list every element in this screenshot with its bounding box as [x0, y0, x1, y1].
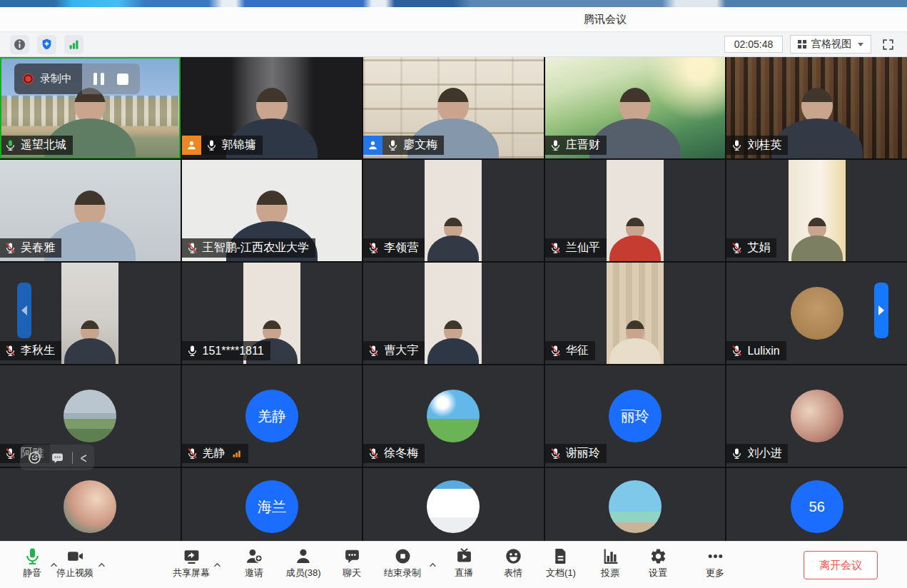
participant-tile[interactable]: 兰仙平: [545, 160, 726, 261]
participant-tile[interactable]: 曹大宇: [363, 263, 544, 364]
mic-muted-icon: [4, 345, 16, 357]
participant-tile[interactable]: 丽玲谢丽玲: [545, 365, 726, 467]
network-signal-button[interactable]: [64, 35, 83, 54]
participant-name: Lulixin: [747, 345, 779, 358]
toolbar-members-button[interactable]: 成员(38): [285, 547, 320, 579]
mic-icon: [549, 139, 562, 151]
participant-tile[interactable]: 刘小进: [726, 365, 907, 467]
participant-tile[interactable]: 56: [726, 468, 907, 541]
status-toolbar-right: 02:05:48 宫格视图: [724, 35, 897, 54]
participant-name: 华征: [566, 343, 589, 358]
participant-name: 曹大宇: [384, 343, 418, 358]
divider: [72, 452, 73, 464]
toolbar-mute-button[interactable]: 静音: [23, 547, 41, 579]
participant-tile[interactable]: 151****1811: [182, 263, 363, 364]
security-shield-button[interactable]: [37, 35, 56, 54]
silhouette-body: [791, 235, 843, 261]
portrait-video-feed: [425, 263, 482, 364]
next-page-arrow[interactable]: [874, 283, 888, 338]
toolbar-item-label: 文档(1): [546, 567, 576, 579]
participant-tile[interactable]: 庄晋财: [545, 57, 726, 158]
participant-tile[interactable]: 刘桂英: [726, 57, 907, 158]
toolbar-item-label: 聊天: [343, 567, 361, 579]
poll-icon: [602, 547, 619, 566]
participant-name-tag: 羌静: [182, 444, 248, 463]
toolbar-poll-button[interactable]: 投票: [601, 547, 619, 579]
live-icon: [455, 547, 473, 566]
participant-name-tag: 廖文梅: [363, 136, 444, 155]
participant-tile[interactable]: 郭锦墉: [182, 57, 363, 158]
toolbar-more-button[interactable]: 更多: [706, 547, 724, 579]
mic-muted-icon: [368, 242, 380, 254]
pause-recording-button[interactable]: [93, 73, 104, 85]
participant-tile[interactable]: [0, 468, 181, 541]
mic-icon: [206, 139, 218, 151]
toolbar-emoji-button[interactable]: 表情: [504, 547, 522, 579]
chat-bubble-icon[interactable]: [50, 450, 65, 465]
participant-tile[interactable]: 吴春雅: [0, 160, 181, 261]
participant-name-tag: 郭锦墉: [182, 136, 263, 155]
meeting-info-button[interactable]: [10, 35, 29, 54]
avatar: [609, 480, 662, 533]
participant-tile[interactable]: 艾娟: [726, 160, 907, 261]
window-title: 腾讯会议: [584, 13, 627, 26]
participant-name: 兰仙平: [566, 240, 600, 255]
prev-page-arrow[interactable]: [17, 283, 31, 338]
view-mode-label: 宫格视图: [811, 38, 851, 51]
submenu-chevron-up-icon[interactable]: [213, 557, 221, 570]
participant-tile[interactable]: 华征: [545, 263, 726, 364]
submenu-chevron-up-icon[interactable]: [429, 557, 437, 570]
avatar: [791, 287, 843, 340]
person-silhouette: [427, 218, 479, 261]
participant-tile[interactable]: 海兰: [182, 468, 363, 541]
toolbar-item-label: 共享屏幕: [173, 567, 210, 579]
emoji-icon: [505, 547, 522, 566]
participant-tile[interactable]: 遥望北城录制中: [0, 57, 181, 158]
leave-meeting-button[interactable]: 离开会议: [804, 551, 878, 579]
mic-muted-icon: [549, 242, 562, 254]
participant-tile[interactable]: 王智鹏-江西农业大学: [182, 160, 363, 261]
toolbar-chat-button[interactable]: 聊天: [343, 547, 361, 579]
toolbar-invite-button[interactable]: 邀请: [245, 547, 263, 579]
participant-tile[interactable]: 李领营: [363, 160, 544, 261]
emoji-icon[interactable]: [27, 450, 42, 465]
participant-name: 151****1811: [203, 345, 264, 358]
fullscreen-icon: [881, 38, 895, 51]
participant-name-tag: 刘桂英: [726, 136, 788, 155]
portrait-video-feed: [425, 160, 482, 261]
toolbar-stop-recording-button[interactable]: 结束录制: [384, 547, 421, 579]
submenu-chevron-up-icon[interactable]: [98, 557, 106, 570]
toolbar-settings-button[interactable]: 设置: [649, 547, 667, 579]
participant-name: 李领营: [384, 240, 418, 255]
participant-name-tag: 王智鹏-江西农业大学: [182, 238, 315, 258]
toolbar-item-label: 结束录制: [384, 567, 421, 579]
participant-tile[interactable]: [363, 468, 544, 541]
participant-tile[interactable]: 廖文梅: [363, 57, 544, 158]
mic-muted-icon: [4, 447, 16, 460]
avatar: [427, 480, 480, 533]
mic-icon: [186, 345, 198, 357]
participant-name: 徐冬梅: [384, 446, 418, 461]
recording-indicator: 录制中: [14, 64, 140, 94]
participant-name-tag: 吴春雅: [0, 238, 61, 258]
toolbar-share-screen-button[interactable]: 共享屏幕: [173, 547, 210, 579]
toolbar-docs-button[interactable]: 文档(1): [546, 547, 576, 579]
fullscreen-button[interactable]: [878, 35, 897, 54]
view-mode-selector[interactable]: 宫格视图: [790, 35, 871, 54]
avatar: [64, 390, 116, 442]
toolbar-live-button[interactable]: 直播: [455, 547, 473, 579]
host-badge-icon: [363, 136, 382, 155]
toolbar-stop-video-button[interactable]: 停止视频: [56, 547, 93, 579]
members-icon: [295, 547, 313, 566]
toolbar-item-label: 更多: [706, 567, 724, 579]
portrait-video-feed: [61, 263, 118, 364]
meeting-status-toolbar: 02:05:48 宫格视图: [0, 32, 907, 57]
participant-tile[interactable]: [545, 468, 726, 541]
participant-tile[interactable]: 徐冬梅: [363, 365, 544, 467]
collapse-chevron-icon[interactable]: <: [81, 450, 87, 465]
recording-label: 录制中: [40, 72, 72, 86]
participant-tile[interactable]: 羌静羌静: [182, 365, 363, 467]
mic-muted-icon: [368, 447, 380, 460]
stop-recording-button[interactable]: [117, 74, 128, 85]
stop-record-icon: [394, 547, 412, 566]
